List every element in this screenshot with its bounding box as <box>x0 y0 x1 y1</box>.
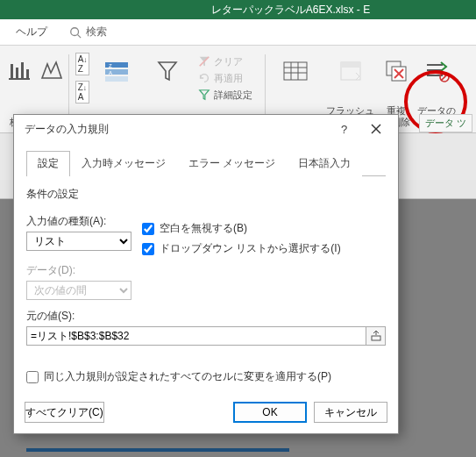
svg-line-1 <box>78 34 82 38</box>
tab-error-alert[interactable]: エラー メッセージ <box>177 151 287 176</box>
cancel-button[interactable]: キャンセル <box>314 402 387 423</box>
dialog-footer: すべてクリア(C) OK キャンセル <box>14 393 398 433</box>
ok-button[interactable]: OK <box>233 402 307 423</box>
svg-rect-2 <box>9 78 30 80</box>
ignore-blank-checkbox[interactable]: 空白を無視する(B) <box>142 221 341 236</box>
source-label: 元の値(S): <box>26 309 386 324</box>
tab-ime-mode[interactable]: 日本語入力 <box>287 151 362 176</box>
source-input[interactable] <box>26 326 366 346</box>
apply-all-checkbox[interactable]: 同じ入力規則が設定されたすべてのセルに変更を適用する(P) <box>26 369 386 384</box>
svg-text:?: ? <box>341 123 347 135</box>
clear-filter-button: クリア <box>198 55 252 68</box>
window-titlebar: レターパックラベルA6EX.xlsx - E <box>0 0 476 19</box>
in-cell-dropdown-checkbox[interactable]: ドロップダウン リストから選択する(I) <box>142 241 341 256</box>
search-placeholder: 検索 <box>86 25 107 39</box>
data-label: データ(D): <box>26 263 386 278</box>
dialog-title: データの入力規則 <box>25 122 109 137</box>
range-picker-button[interactable] <box>366 326 386 346</box>
data-select: 次の値の間 <box>26 281 131 300</box>
svg-text:A: A <box>109 70 112 75</box>
svg-rect-9 <box>105 76 128 82</box>
dialog-close-button[interactable] <box>361 118 391 140</box>
clear-all-button[interactable]: すべてクリア(C) <box>25 402 104 423</box>
svg-rect-5 <box>21 62 24 78</box>
reapply-button: 再適用 <box>198 72 252 85</box>
allow-label: 入力値の種類(A): <box>26 214 131 229</box>
tab-settings[interactable]: 設定 <box>26 151 70 176</box>
ribbon-separator <box>68 54 69 123</box>
data-validation-icon <box>423 59 450 83</box>
tab-input-message[interactable]: 入力時メッセージ <box>70 151 177 176</box>
svg-rect-13 <box>284 62 307 80</box>
svg-rect-3 <box>11 64 13 78</box>
ribbon-group-label: データ ツ <box>419 114 472 132</box>
menu-row: ヘルプ 検索 <box>0 19 476 46</box>
geography-icon <box>39 59 63 83</box>
funnel-icon <box>156 59 179 83</box>
clear-icon <box>198 55 210 68</box>
advanced-icon <box>198 89 210 101</box>
selection-edge <box>26 448 289 452</box>
svg-rect-19 <box>341 62 360 68</box>
svg-point-0 <box>71 27 79 35</box>
search-box[interactable]: 検索 <box>69 25 107 39</box>
reapply-icon <box>198 72 210 84</box>
dialog-titlebar[interactable]: データの入力規則 ? <box>14 115 398 143</box>
data-validation-dialog: データの入力規則 ? 設定 入力時メッセージ エラー メッセージ 日本語入力 条… <box>13 114 399 434</box>
dialog-tabs: 設定 入力時メッセージ エラー メッセージ 日本語入力 <box>26 150 386 176</box>
collapse-dialog-icon <box>371 331 381 341</box>
sort-desc-button[interactable]: Z↓A <box>75 81 90 104</box>
help-icon: ? <box>338 123 351 135</box>
help-menu[interactable]: ヘルプ <box>16 25 47 39</box>
criteria-section-title: 条件の設定 <box>26 187 386 202</box>
svg-text:Z: Z <box>109 63 112 68</box>
flash-fill-icon <box>338 59 363 83</box>
text-to-columns-icon <box>282 59 309 83</box>
svg-rect-4 <box>16 68 18 78</box>
ribbon-separator <box>265 54 266 123</box>
remove-dup-icon <box>384 59 409 83</box>
advanced-filter-button[interactable]: 詳細設定 <box>198 89 252 102</box>
ignore-blank-input[interactable] <box>142 223 154 235</box>
apply-all-input[interactable] <box>26 371 39 383</box>
close-icon <box>371 124 381 134</box>
svg-rect-32 <box>372 336 380 340</box>
allow-select[interactable]: リスト <box>26 232 131 251</box>
sort-icon: ZA <box>103 59 130 83</box>
dialog-help-button[interactable]: ? <box>330 118 359 140</box>
svg-rect-6 <box>26 69 29 78</box>
window-title: レターパックラベルA6EX.xlsx - E <box>211 4 370 16</box>
sort-asc-button[interactable]: A↓Z <box>75 53 90 75</box>
search-icon <box>69 26 82 39</box>
stocks-icon <box>7 59 32 83</box>
in-cell-dropdown-input[interactable] <box>142 243 154 255</box>
